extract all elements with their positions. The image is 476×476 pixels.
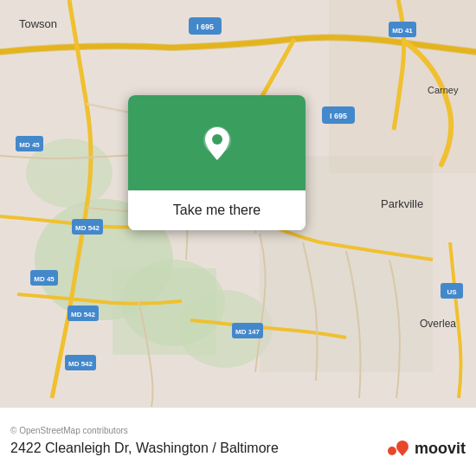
svg-point-35: [396, 441, 408, 453]
svg-text:Parkville: Parkville: [381, 197, 423, 210]
svg-marker-36: [398, 451, 407, 456]
svg-text:MD 542: MD 542: [71, 311, 96, 318]
location-pin-icon: [196, 122, 238, 164]
take-me-there-button[interactable]: Take me there: [128, 190, 306, 230]
svg-text:MD 45: MD 45: [34, 275, 55, 283]
bottom-bar: © OpenStreetMap contributors 2422 Cleanl…: [0, 407, 476, 476]
address-row: 2422 Cleanleigh Dr, Washington / Baltimo…: [10, 439, 466, 458]
svg-text:MD 147: MD 147: [235, 328, 261, 336]
map-container: I 695 I 695 MD 41 MD 45 MD 45 MD 542 MD …: [0, 0, 476, 407]
moovit-icon: [385, 439, 411, 458]
svg-text:Overlea: Overlea: [420, 318, 456, 330]
moovit-logo: moovit: [385, 439, 466, 458]
svg-text:US: US: [447, 288, 457, 296]
svg-text:I 695: I 695: [330, 112, 347, 120]
svg-text:MD 41: MD 41: [392, 27, 413, 35]
address-text: 2422 Cleanleigh Dr, Washington / Baltimo…: [10, 441, 279, 456]
svg-text:Towson: Towson: [19, 17, 57, 30]
svg-point-33: [212, 134, 222, 145]
svg-text:Carney: Carney: [428, 85, 459, 95]
svg-text:MD 542: MD 542: [68, 360, 93, 368]
svg-point-34: [388, 447, 396, 455]
svg-text:I 695: I 695: [196, 23, 214, 31]
moovit-text: moovit: [415, 440, 466, 458]
attribution-text: © OpenStreetMap contributors: [10, 426, 466, 435]
svg-text:MD 542: MD 542: [75, 224, 100, 232]
popup-card: Take me there: [128, 95, 306, 230]
moovit-icon-area: [385, 439, 411, 458]
svg-text:MD 45: MD 45: [19, 141, 40, 149]
popup-green-area: [128, 95, 306, 190]
